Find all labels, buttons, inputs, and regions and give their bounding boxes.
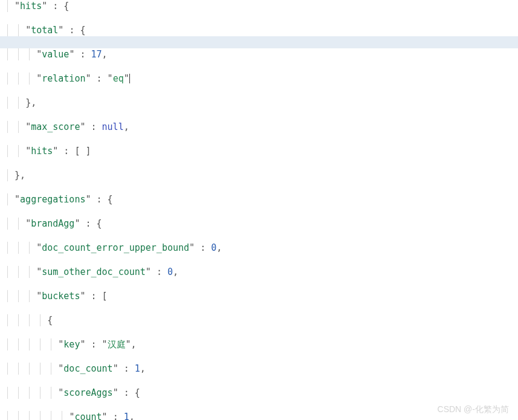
- text-cursor: [129, 74, 130, 83]
- code-line: "aggregations" : {: [4, 193, 514, 205]
- code-line: },: [4, 97, 514, 109]
- code-line: "hits" : [ ]: [4, 145, 514, 157]
- watermark-text: CSDN @-化繁为简: [438, 403, 509, 415]
- code-line: "key" : "汉庭",: [4, 338, 514, 351]
- code-line: "value" : 17,: [4, 48, 514, 60]
- code-line: "relation" : "eq": [4, 73, 514, 85]
- code-line: "hits" : {: [4, 0, 514, 12]
- code-line: "total" : {: [4, 24, 514, 36]
- code-line: "doc_count" : 1,: [4, 363, 514, 375]
- code-line: },: [4, 169, 514, 181]
- code-block: "hits" : { "total" : { "value" : 17, "re…: [0, 0, 518, 420]
- code-line: "max_score" : null,: [4, 121, 514, 133]
- code-line: {: [4, 314, 514, 326]
- code-line: "scoreAggs" : {: [4, 387, 514, 399]
- code-line: "buckets" : [: [4, 290, 514, 302]
- code-line: "sum_other_doc_count" : 0,: [4, 266, 514, 278]
- code-line: "brandAgg" : {: [4, 218, 514, 230]
- code-line: "doc_count_error_upper_bound" : 0,: [4, 242, 514, 254]
